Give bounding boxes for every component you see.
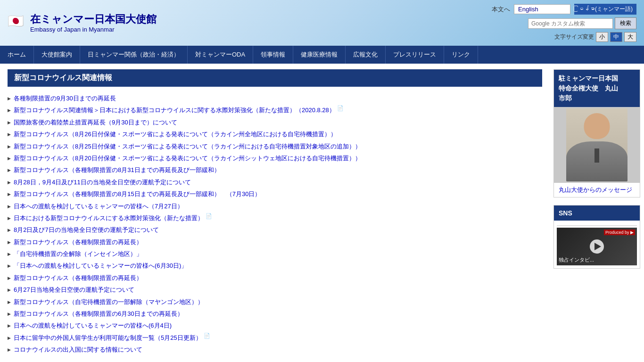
news-link[interactable]: 新型コロナウイルス（各種制限措置の6月30日までの再延長） (14, 308, 183, 319)
play-button[interactable] (590, 239, 604, 254)
news-link[interactable]: 新型コロナウイルス（各種制限措置の再延長） (14, 237, 142, 247)
font-size-row: 文字サイズ変更 小 中 大 (554, 32, 636, 42)
news-link[interactable]: 日本への渡航を検討しているミャンマーの皆様へ(6月4日) (14, 320, 172, 331)
portrait-tie (594, 148, 599, 163)
language-row: 本文へ မြန်မာ(ミャンマー語) (492, 4, 636, 15)
news-item: 新型コロナウイルス（各種制限措置の8月15日までの再延長及び一部緩和） （7月3… (8, 188, 542, 200)
nav-item-oda[interactable]: 対ミャンマーODA (188, 46, 253, 64)
news-link[interactable]: 日本に留学中の外国人留学生が利用可能な制度一覧（5月25日更新） (14, 332, 202, 343)
document-icon: 📄 (206, 213, 212, 219)
search-button[interactable]: 検索 (615, 17, 636, 29)
nav-item-about[interactable]: 大使館案内 (34, 46, 80, 64)
news-item: 6月27日当地発全日空便の運航予定について (8, 284, 542, 296)
news-item: 新型コロナウイルス（各種制限措置の6月30日までの再延長） (8, 308, 542, 320)
news-link[interactable]: 新型コロナウイルス（各種制限措置の8月31日までの再延長及び一部緩和） (14, 165, 220, 175)
nav-item-consular[interactable]: 領事情報 (253, 46, 293, 64)
sns-content: Produced by ▶ 独占インタビ... (554, 221, 640, 268)
news-link[interactable]: 「日本への渡航を検討しているミャンマーの皆様へ(6月30日)」 (14, 260, 187, 271)
news-link[interactable]: 6月27日当地発全日空便の運航予定について (14, 284, 134, 295)
main-nav: ホーム大使館案内日ミャンマー関係（政治・経済）対ミャンマーODA領事情報健康医療… (0, 46, 644, 64)
news-link[interactable]: 8月28日，9月4日及び11日の当地発全日空便の運航予定について (14, 177, 191, 188)
portrait-body (566, 141, 627, 181)
nav-item-press[interactable]: プレスリリース (386, 46, 444, 64)
flag-icon: 🇯🇵 (8, 15, 25, 32)
news-item: 新型コロナウイルス（8月20日付保健・スポーツ省による発表について（ラカイン州シ… (8, 152, 542, 164)
news-link[interactable]: 新型コロナウイルス（8月25日付保健・スポーツ省による発表について（ラカイン州に… (14, 141, 361, 152)
news-link[interactable]: 新型コロナウイルス（8月26日付保健・スポーツ省による発表について（ラカイン州全… (14, 129, 337, 140)
site-title-en: Embassy of Japan in Myanmar (30, 26, 157, 33)
font-small-button[interactable]: 小 (596, 32, 608, 42)
news-link[interactable]: 新型コロナウイルス（各種制限措置の8月15日までの再延長及び一部緩和） （7月3… (14, 189, 261, 199)
interview-label: 独占インタビ... (559, 256, 594, 263)
header-left: 🇯🇵 在ミャンマー日本国大使館 Embassy of Japan in Myan… (8, 13, 157, 33)
news-link[interactable]: 日本への渡航を検討しているミャンマーの皆様へ（7月27日） (14, 201, 183, 212)
news-item: 新型コロナウイルス（自宅待機措置の一部解除（マヤンゴン地区）） (8, 296, 542, 308)
header: 🇯🇵 在ミャンマー日本国大使館 Embassy of Japan in Myan… (0, 0, 644, 46)
nav-item-health[interactable]: 健康医療情報 (293, 46, 346, 64)
news-item: 新型コロナウイルス（8月25日付保健・スポーツ省による発表について（ラカイン州に… (8, 140, 542, 152)
news-link[interactable]: 新型コロナウイルス（8月20日付保健・スポーツ省による発表について（ラカイン州シ… (14, 153, 361, 164)
sns-title: SNS (554, 206, 640, 221)
ambassador-message-link[interactable]: 丸山大使からのメッセージ (554, 182, 640, 197)
site-title-ja: 在ミャンマー日本国大使館 (30, 13, 157, 26)
news-item: 新型コロナウイルス関連情報＞日本における新型コロナウイルスに関する水際対策強化（… (8, 104, 542, 116)
document-icon: 📄 (337, 105, 344, 111)
document-icon: 📄 (204, 332, 210, 339)
font-large-button[interactable]: 大 (624, 32, 636, 42)
ambassador-title: 駐ミャンマー日本国特命全権大使 丸山市郎 (554, 70, 640, 107)
video-thumbnail[interactable]: Produced by ▶ 独占インタビ... (557, 228, 637, 265)
search-row: 検索 (528, 17, 636, 29)
news-link[interactable]: 新型コロナウイルス関連情報＞日本における新型コロナウイルスに関する水際対策強化（… (14, 105, 335, 115)
news-link[interactable]: 新型コロナウイルス（自宅待機措置の一部解除（マヤンゴン地区）） (14, 296, 204, 307)
news-link[interactable]: 国際旅客便の着陸禁止措置再延長（9月30日まで）について (14, 117, 177, 128)
font-size-label: 文字サイズ変更 (554, 33, 594, 41)
english-language-input[interactable] (514, 4, 570, 14)
news-item: 「自宅待機措置の全解除（インセイン地区）」 (8, 248, 542, 260)
honbun-link[interactable]: 本文へ (492, 5, 510, 14)
portrait-head (584, 113, 610, 139)
search-input[interactable] (528, 18, 613, 29)
font-medium-button[interactable]: 中 (610, 32, 622, 42)
news-item: 国際旅客便の着陸禁止措置再延長（9月30日まで）について (8, 116, 542, 128)
news-item: 新型コロナウイルス（各種制限措置の再延長） (8, 236, 542, 248)
news-link[interactable]: コロナウイルスの出入国に関する情報について (14, 344, 142, 355)
nav-item-relations[interactable]: 日ミャンマー関係（政治・経済） (80, 46, 188, 64)
news-item: 新型コロナウイルス（8月26日付保健・スポーツ省による発表について（ラカイン州全… (8, 128, 542, 140)
ambassador-box: 駐ミャンマー日本国特命全権大使 丸山市郎 丸山大使からのメッセージ (553, 69, 640, 197)
sns-box: SNS Produced by ▶ 独占インタビ... (553, 205, 640, 269)
sns-divider (557, 225, 637, 226)
news-link[interactable]: 「自宅待機措置の全解除（インセイン地区）」 (14, 248, 142, 259)
news-item: 8月2日及び7日の当地発全日空便の運航予定について (8, 224, 542, 236)
video-watermark: Produced by ▶ (604, 230, 635, 235)
news-item: コロナウイルスの出入国に関する情報について (8, 344, 542, 355)
news-item: 日本に留学中の外国人留学生が利用可能な制度一覧（5月25日更新）📄 (8, 332, 542, 344)
header-right: 本文へ မြန်မာ(ミャンマー語) 検索 文字サイズ変更 小 中 大 (492, 4, 636, 42)
news-link[interactable]: 新型コロナウイルス（各種制限措置の再延長） (14, 272, 142, 283)
play-icon (594, 243, 601, 250)
sidebar: 駐ミャンマー日本国特命全権大使 丸山市郎 丸山大使からのメッセージ SNS (550, 64, 644, 362)
content-area: 新型コロナウイルス関連情報 各種制限措置の9月30日までの再延長新型コロナウイル… (0, 64, 550, 362)
news-list: 各種制限措置の9月30日までの再延長新型コロナウイルス関連情報＞日本における新型… (8, 92, 542, 356)
nav-item-links[interactable]: リンク (444, 46, 478, 64)
news-link[interactable]: 日本における新型コロナウイルスにする水際対策強化（新たな措置） (14, 213, 204, 223)
news-item: 各種制限措置の9月30日までの再延長 (8, 92, 542, 104)
news-item: 日本における新型コロナウイルスにする水際対策強化（新たな措置）📄 (8, 212, 542, 224)
news-item: 日本への渡航を検討しているミャンマーの皆様へ(6月4日) (8, 320, 542, 331)
news-link[interactable]: 各種制限措置の9月30日までの再延長 (14, 93, 116, 104)
site-title: 在ミャンマー日本国大使館 Embassy of Japan in Myanmar (30, 13, 157, 33)
nav-item-home[interactable]: ホーム (0, 46, 34, 64)
ambassador-portrait (566, 108, 627, 181)
news-link[interactable]: 8月2日及び7日の当地発全日空便の運航予定について (14, 224, 159, 235)
news-item: 新型コロナウイルス（各種制限措置の再延長） (8, 272, 542, 284)
news-item: 「日本への渡航を検討しているミャンマーの皆様へ(6月30日)」 (8, 260, 542, 272)
news-item: 8月28日，9月4日及び11日の当地発全日空便の運航予定について (8, 176, 542, 188)
news-item: 新型コロナウイルス（各種制限措置の8月31日までの再延長及び一部緩和） (8, 164, 542, 176)
section-title: 新型コロナウイルス関連情報 (8, 69, 542, 87)
news-item: 日本への渡航を検討しているミャンマーの皆様へ（7月27日） (8, 200, 542, 212)
main-content: 新型コロナウイルス関連情報 各種制限措置の9月30日までの再延長新型コロナウイル… (0, 64, 644, 362)
nav-item-culture[interactable]: 広報文化 (346, 46, 386, 64)
myanmar-language-button[interactable]: မြန်မာ(ミャンマー語) (574, 4, 636, 15)
ambassador-photo (554, 107, 640, 182)
